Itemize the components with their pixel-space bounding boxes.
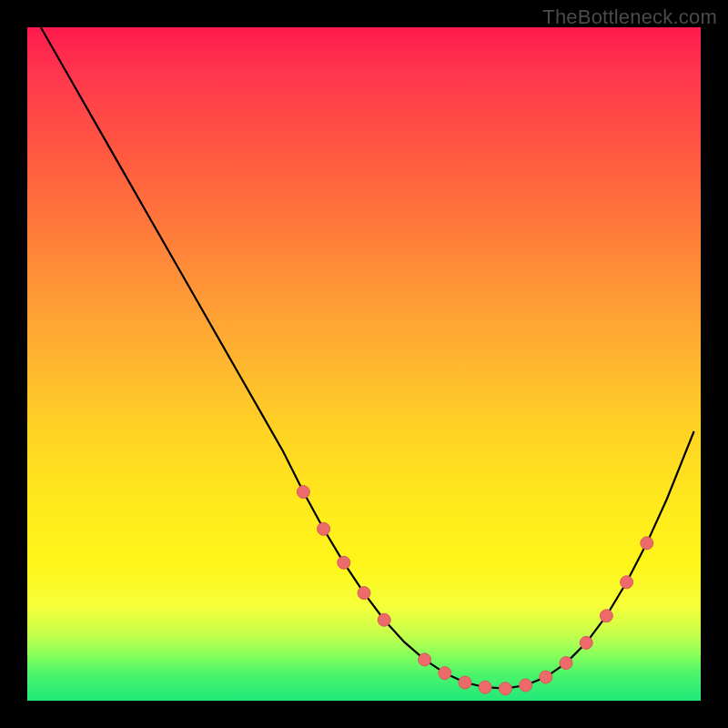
curve-dot — [540, 671, 552, 683]
curve-dot — [580, 636, 592, 649]
curve-dots — [297, 486, 652, 695]
curve-dot — [419, 653, 431, 666]
curve-dot — [600, 610, 612, 622]
chart-overlay — [27, 27, 701, 701]
curve-dot — [520, 679, 532, 692]
curve-dot — [338, 556, 350, 569]
chart-stage: TheBottleneck.com — [0, 0, 728, 728]
watermark-text: TheBottleneck.com — [542, 5, 717, 29]
curve-dot — [621, 576, 633, 589]
chart-plot-area — [27, 27, 701, 701]
curve-dot — [439, 667, 451, 680]
curve-dot — [358, 587, 370, 600]
curve-dot — [318, 522, 330, 535]
curve-dot — [560, 657, 572, 670]
curve-dot — [641, 537, 653, 550]
curve-dot — [499, 682, 511, 695]
curve-dot — [378, 613, 390, 626]
curve-dot — [459, 676, 471, 689]
curve-dot — [297, 486, 309, 499]
curve-dot — [479, 681, 491, 693]
bottleneck-curve — [41, 27, 694, 689]
